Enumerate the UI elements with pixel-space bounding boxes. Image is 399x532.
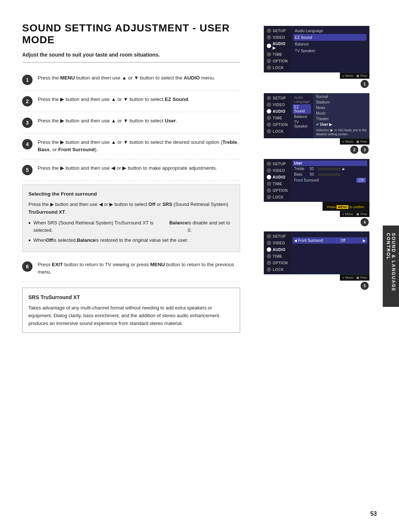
srs-title: SRS TruSurround XT — [28, 293, 234, 301]
step-text-1: Press the MENU button and then use ▲ or … — [38, 74, 215, 82]
step-6: 6 Press EXIT button to return to TV view… — [22, 256, 240, 282]
opt-normal: Normal — [314, 94, 369, 99]
step-number-4: 4 — [22, 139, 33, 149]
front-surround-text: Press the ▶ button and then use ◀ or ▶ b… — [28, 201, 234, 216]
treble-bar — [318, 168, 340, 170]
sidebar-video: VIDEO — [264, 34, 290, 41]
row-tv-speaker: TV Speaker — [293, 119, 311, 129]
sidebar-option: OPTION — [264, 58, 290, 64]
row-bass: Bass 50 — [293, 172, 367, 177]
row-user-header: User — [293, 160, 367, 166]
tv-option-list: Normal Stadium News Music Theater User ▶… — [313, 93, 369, 138]
s3-setup: SETUP — [264, 160, 290, 167]
s4-audio: AUDIO — [264, 246, 290, 253]
s2-setup: SETUP — [264, 95, 290, 101]
screen-badge-1: 1 — [361, 80, 369, 88]
step-text-5: Press the ▶ button and then use ◀ or ▶ b… — [38, 165, 217, 172]
bullet-1: When SRS (Sound Retrieval System) TruSur… — [28, 219, 234, 235]
s2-audio: AUDIO — [264, 108, 290, 115]
tv-menu-3: SETUP VIDEO AUDIO TIME OPTION LOCK User … — [264, 159, 369, 202]
s4-lock: LOCK — [264, 266, 290, 273]
right-panel: SETUP VIDEO AUDIO ▶ TIME OPTION LOCK Aud… — [251, 22, 369, 510]
s3-video: VIDEO — [264, 167, 290, 174]
step-4: 4 Press the ▶ button and then use ▲ or ▼… — [22, 133, 240, 159]
steps-list: 1 Press the MENU button and then use ▲ o… — [22, 69, 240, 181]
divider — [22, 62, 240, 62]
row-balance: Balance — [293, 114, 311, 119]
tv-main-3: User Treble 50 ▶ Bass 50 Front Surround — [290, 159, 369, 202]
side-label: SOUND & LANGUAGE CONTROL — [383, 226, 399, 307]
tv-sidebar-4: SETUP VIDEO AUDIO TIME OPTION LOCK — [264, 231, 290, 274]
tv-sidebar-2: SETUP VIDEO AUDIO TIME OPTION LOCK — [264, 93, 290, 138]
tv-main-4: ◀ Front Surround Off ▶ — [290, 231, 369, 274]
row-front-surround-nav: ◀ Front Surround Off ▶ — [293, 237, 367, 244]
tv-screen-2: SETUP VIDEO AUDIO TIME OPTION LOCK Audio… — [262, 93, 369, 155]
step-3: 3 Press the ▶ button and then use ▲ or ▼… — [22, 112, 240, 133]
bullets: When SRS (Sound Retrieval System) TruSur… — [28, 219, 234, 244]
s4-option: OPTION — [264, 260, 290, 266]
screen-badge-3: 3 — [361, 146, 369, 154]
page-container: SOUND SETTING ADJUSTMENT - USER MODE Adj… — [0, 0, 399, 532]
tv-screen-4: SETUP VIDEO AUDIO TIME OPTION LOCK ◀ Fro… — [262, 231, 369, 291]
tv-menu-2: SETUP VIDEO AUDIO TIME OPTION LOCK Audio… — [264, 93, 369, 138]
opt-note: Selection (▶ or OK) leads you to the det… — [314, 127, 369, 138]
row-front-surround: Front Surround Off — [293, 177, 367, 183]
row-ez-sound-hl: EZ Sound — [293, 104, 311, 114]
s2-time: TIME — [264, 115, 290, 121]
bullet-2: When Off is selected, Balance is restore… — [28, 237, 234, 244]
screen-badge-5: 5 — [361, 282, 369, 290]
s4-setup: SETUP — [264, 233, 290, 240]
page-number: 53 — [370, 511, 377, 517]
s3-audio: AUDIO — [264, 174, 290, 180]
tv-menu-1: SETUP VIDEO AUDIO ▶ TIME OPTION LOCK Aud… — [264, 26, 369, 72]
step-text-6: Press EXIT button to return to TV viewin… — [38, 261, 240, 276]
step-2: 2 Press the ▶ button and then use ▲ or ▼… — [22, 91, 240, 112]
srs-box: SRS TruSurround XT Takes advantage of an… — [22, 288, 240, 333]
sidebar-time: TIME — [264, 51, 290, 58]
bass-bar — [318, 173, 340, 176]
step-text-4: Press the ▶ button and then use ▲ or ▼ b… — [38, 139, 240, 154]
tv-sidebar-3: SETUP VIDEO AUDIO TIME OPTION LOCK — [264, 159, 290, 202]
s4-video: VIDEO — [264, 240, 290, 246]
step-number-6: 6 — [22, 261, 33, 272]
step-text-2: Press the ▶ button and then use ▲ or ▼ b… — [38, 96, 190, 103]
tv-screen-3: SETUP VIDEO AUDIO TIME OPTION LOCK User … — [262, 159, 369, 228]
s3-lock: LOCK — [264, 194, 290, 200]
front-surround-title: Selecting the Front surround — [28, 190, 234, 198]
menu-tv-speaker: TV Speaker — [293, 47, 366, 54]
s3-time: TIME — [264, 180, 290, 187]
screen-badge-4: 4 — [361, 218, 369, 226]
front-surround-box: Selecting the Front surround Press the ▶… — [22, 184, 240, 253]
tv-sidebar-1: SETUP VIDEO AUDIO ▶ TIME OPTION LOCK — [264, 26, 290, 72]
step-text-3: Press the ▶ button and then use ▲ or ▼ b… — [38, 117, 177, 125]
main-content: SOUND SETTING ADJUSTMENT - USER MODE Adj… — [22, 22, 251, 510]
tv-main-2: Audio Language EZ Sound Balance TV Speak… — [290, 93, 313, 138]
row-audio-lang: Audio Language — [293, 95, 311, 104]
menu-ez-sound: EZ Sound — [293, 34, 366, 41]
opt-theater: Theater — [314, 116, 369, 122]
step-5: 5 Press the ▶ button and then use ◀ or ▶… — [22, 159, 240, 181]
page-title: SOUND SETTING ADJUSTMENT - USER MODE — [22, 22, 240, 46]
tv-menu-4: SETUP VIDEO AUDIO TIME OPTION LOCK ◀ Fro… — [264, 231, 369, 274]
tv-main-1: Audio Language EZ Sound Balance TV Speak… — [290, 26, 369, 72]
steps-list-2: 6 Press EXIT button to return to TV view… — [22, 256, 240, 282]
tv-footer-2: ⬧ Move ▣ Prev — [340, 138, 369, 145]
tv-confirm: Press MENU to confirm. — [323, 202, 369, 211]
subtitle: Adjust the sound to suit your taste and … — [22, 52, 240, 58]
menu-balance: Balance — [293, 41, 366, 47]
screen-badge-2: 2 — [350, 146, 358, 154]
tv-footer-4: ⬧ Move ▣ Prev — [340, 274, 369, 281]
s2-lock: LOCK — [264, 128, 290, 135]
sidebar-lock: LOCK — [264, 64, 290, 71]
tv-footer-1: ⬧ Move ▣ Prev — [340, 72, 369, 79]
sidebar-setup: SETUP — [264, 27, 290, 34]
row-treble: Treble 50 ▶ — [293, 166, 367, 172]
tv-footer-3: ⬧ Move ▣ Prev — [340, 211, 369, 217]
step-number-5: 5 — [22, 165, 33, 175]
srs-text: Takes advantage of any multi-channel for… — [28, 304, 234, 327]
step-1: 1 Press the MENU button and then use ▲ o… — [22, 69, 240, 91]
step-number-2: 2 — [22, 96, 33, 106]
s2-option: OPTION — [264, 121, 290, 128]
menu-audio-language: Audio Language — [293, 27, 366, 34]
tv-screen-1: SETUP VIDEO AUDIO ▶ TIME OPTION LOCK Aud… — [262, 26, 369, 89]
